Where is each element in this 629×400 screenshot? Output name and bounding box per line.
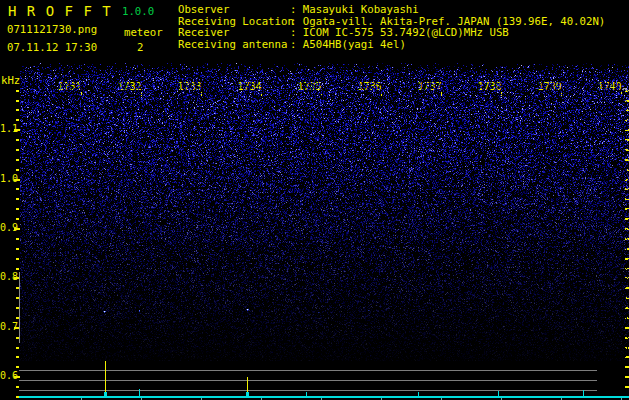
y-axis-minor-tick: [16, 208, 19, 210]
y-axis-minor-tick: [16, 100, 19, 102]
y-axis-minor-tick: [16, 218, 19, 220]
info-value: : Masayuki Kobayashi: [290, 4, 419, 16]
y-axis-minor-tick: [16, 109, 19, 111]
y-axis-minor-tick: [16, 366, 19, 368]
y-axis-minor-tick: [16, 258, 19, 260]
level-bump: [498, 391, 499, 396]
y-axis-minor-tick: [16, 268, 19, 270]
spike-base: [104, 392, 107, 396]
y-axis-minor-tick: [16, 90, 19, 92]
observer-info-block: Observer: Masayuki KobayashiReceiving Lo…: [178, 4, 605, 50]
level-bump: [418, 392, 419, 396]
level-baseline: [19, 396, 629, 398]
y-axis-minor-tick: [16, 169, 19, 171]
info-value: : A504HB(yagi 4el): [290, 39, 406, 51]
level-bump: [306, 392, 307, 396]
filename-label: 0711121730.png: [7, 23, 97, 36]
y-axis-right-tick: [625, 376, 629, 378]
y-axis-minor-tick: [16, 149, 19, 151]
version-label: 1.0.0: [122, 5, 154, 18]
y-axis-minor-tick: [16, 188, 19, 190]
echo-band-marker: [19, 272, 20, 343]
y-axis-unit-label: kHz: [1, 74, 20, 87]
hrofft-screen: H R O F F T 1.0.0 0711121730.png meteor …: [0, 0, 629, 400]
y-axis-minor-tick: [16, 238, 19, 240]
meteor-count: 2: [137, 41, 143, 54]
y-axis-right-tick: [625, 366, 629, 368]
level-bump: [583, 390, 584, 396]
spectrogram-canvas: [20, 63, 629, 361]
y-axis-right-tick: [625, 386, 629, 388]
info-label: Observer: [178, 4, 290, 16]
y-axis-minor-tick: [16, 198, 19, 200]
info-row: Receiving antenna: A504HB(yagi 4el): [178, 39, 605, 51]
mode-label: meteor: [124, 26, 163, 39]
info-label: Receiving antenna: [178, 39, 290, 51]
info-row: Observer: Masayuki Kobayashi: [178, 4, 605, 16]
level-bump: [139, 389, 140, 396]
spike-base: [246, 392, 249, 396]
app-title: H R O F F T: [8, 3, 112, 19]
y-axis-minor-tick: [16, 347, 19, 349]
datetime-label: 07.11.12 17:30: [7, 41, 97, 54]
y-axis-minor-tick: [16, 386, 19, 388]
y-axis-minor-tick: [16, 248, 19, 250]
y-axis-minor-tick: [16, 139, 19, 141]
y-axis-major-tick: [14, 376, 20, 378]
y-axis-minor-tick: [16, 356, 19, 358]
y-axis-minor-tick: [16, 159, 19, 161]
y-axis-minor-tick: [16, 119, 19, 121]
meteor-count-spike: [105, 361, 106, 396]
